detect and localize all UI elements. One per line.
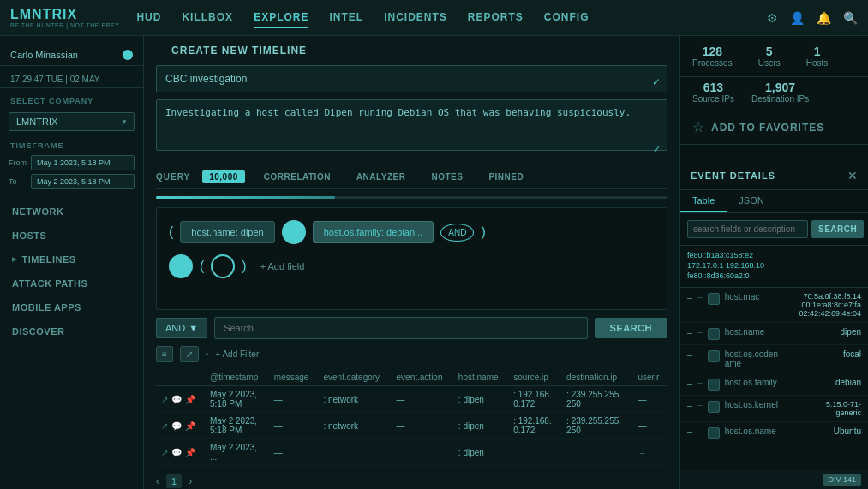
header-combined: ← CREATE NEW TIMELINE ✓ Investigating a … — [144, 36, 868, 162]
to-value: May 2 2023, 5:18 PM — [31, 174, 135, 189]
event-collapse-osname[interactable]: – — [687, 426, 692, 437]
query-circle-filled[interactable] — [282, 220, 306, 244]
table-header: @timestamp message event.category event.… — [156, 369, 667, 386]
tab-notes[interactable]: NOTES — [424, 170, 470, 183]
query-builder: ( host.name: dipen host.os.family: debia… — [156, 207, 667, 310]
main-content: ← CREATE NEW TIMELINE ✓ Investigating a … — [144, 36, 868, 489]
main-layout: Carlo Minassian 17:29:47 TUE | 02 MAY SE… — [0, 36, 868, 489]
open-paren-2-icon: ( — [200, 259, 204, 274]
stats-bar: 128 Processes 5 Users 1 Hosts — [680, 36, 868, 77]
event-val-hostname: dipen — [841, 327, 861, 337]
results-table-wrap: @timestamp message event.category event.… — [156, 369, 667, 466]
col-category[interactable]: event.category — [318, 369, 391, 386]
event-collapse-osfamily[interactable]: – — [687, 378, 692, 388]
query-circle-2[interactable] — [169, 254, 193, 278]
col-source-ip[interactable]: source.ip — [508, 369, 561, 386]
comment-icon[interactable]: 💬 — [171, 395, 182, 404]
cell-hostname-3: : dipen — [453, 439, 508, 466]
sidebar-item-network[interactable]: NETWORK — [0, 200, 143, 224]
prev-page-btn[interactable]: ‹ — [156, 475, 159, 487]
hosts-value: 1 — [806, 45, 829, 58]
table-view-btn[interactable]: ≡ — [156, 346, 173, 362]
comment-2-icon[interactable]: 💬 — [171, 421, 182, 431]
row-actions-1: ↗ 💬 📌 — [156, 386, 205, 413]
pin-3-icon[interactable]: 📌 — [185, 448, 195, 457]
event-collapse-kernel[interactable]: – — [687, 400, 692, 410]
company-select[interactable]: LMNTRIX — [9, 112, 135, 131]
stat-hosts: 1 Hosts — [806, 45, 829, 68]
company-select-wrap[interactable]: LMNTRIX — [9, 112, 135, 131]
main-search-input[interactable] — [214, 317, 587, 339]
sidebar-item-hosts[interactable]: HOSTS — [0, 224, 143, 247]
favorites-star-icon[interactable]: ☆ — [692, 119, 704, 135]
event-val-codename: focal — [843, 349, 861, 359]
main-search-button[interactable]: SEARCH — [595, 318, 667, 338]
favorites-row: ☆ ADD TO FAVORITES — [680, 110, 868, 145]
cell-dest-2: : 239.255.255.250 — [561, 413, 632, 439]
expand-btn[interactable]: ⤢ — [180, 346, 199, 362]
query-label: QUERY — [156, 172, 190, 182]
next-page-btn[interactable]: › — [189, 475, 192, 487]
add-filter-btn[interactable]: + Add Filter — [215, 349, 259, 359]
col-user[interactable]: user.r — [632, 369, 667, 386]
event-search-btn[interactable]: SEARCH — [811, 220, 864, 238]
event-collapse-hostname[interactable]: – — [687, 327, 692, 337]
sidebar-item-attack-paths[interactable]: ATTACK PATHS — [0, 271, 143, 295]
comment-3-icon[interactable]: 💬 — [171, 448, 182, 457]
col-timestamp[interactable]: @timestamp — [205, 369, 269, 386]
expand-row-3-icon[interactable]: ↗ — [161, 448, 168, 457]
timeline-description-input[interactable]: Investigating a host called Dipen runing… — [156, 99, 667, 151]
event-search-input[interactable] — [687, 220, 808, 238]
event-icon-mac — [708, 293, 720, 305]
event-tab-json[interactable]: JSON — [727, 190, 775, 212]
datetime-display: 17:29:47 TUE | 02 MAY — [0, 71, 143, 88]
event-collapse-mac[interactable]: – — [687, 292, 692, 302]
event-icon-kernel — [708, 401, 720, 413]
query-and-badge[interactable]: AND — [440, 224, 474, 242]
event-tab-table[interactable]: Table — [680, 190, 727, 212]
nav-incidents[interactable]: INCIDENTS — [384, 8, 447, 28]
sidebar-item-mobile-apps[interactable]: MOBILE APPS — [0, 295, 143, 319]
nav-explore[interactable]: EXPLORE — [254, 8, 308, 28]
event-collapse-codename[interactable]: – — [687, 349, 692, 360]
gear-icon[interactable]: ⚙ — [767, 11, 778, 25]
open-paren-icon: ( — [169, 224, 173, 240]
back-arrow-icon[interactable]: ← — [156, 45, 166, 57]
col-message[interactable]: message — [269, 369, 319, 386]
col-hostname[interactable]: host.name — [453, 369, 508, 386]
event-key-mac: host.mac — [725, 292, 794, 301]
expand-row-icon[interactable]: ↗ — [161, 395, 168, 404]
search-icon[interactable]: 🔍 — [843, 11, 858, 25]
pin-2-icon[interactable]: 📌 — [185, 421, 195, 431]
nav-reports[interactable]: REPORTS — [468, 8, 524, 28]
bell-icon[interactable]: 🔔 — [817, 11, 831, 25]
event-details-header: EVENT DETAILS ✕ — [680, 162, 868, 190]
event-details-title: EVENT DETAILS — [691, 170, 775, 181]
col-action[interactable]: event.action — [392, 369, 453, 386]
tab-analyzer[interactable]: ANALYZER — [350, 170, 413, 183]
event-dash-hostname: – — [697, 327, 703, 337]
event-key-osname: host.os.name — [725, 426, 829, 436]
sidebar-item-discover[interactable]: DISCOVER — [0, 319, 143, 343]
event-details-close-btn[interactable]: ✕ — [847, 169, 858, 182]
nav-killbox[interactable]: KILLBOX — [182, 8, 233, 28]
user-icon[interactable]: 👤 — [790, 11, 805, 25]
query-circle-empty[interactable] — [211, 254, 235, 278]
favorites-label[interactable]: ADD TO FAVORITES — [711, 122, 824, 134]
nav-hud[interactable]: HUD — [136, 8, 161, 28]
nav-intel[interactable]: INTEL — [329, 8, 363, 28]
pin-icon[interactable]: 📌 — [185, 395, 195, 404]
tab-10000[interactable]: 10,000 — [202, 170, 245, 183]
query-tag-hostname[interactable]: host.name: dipen — [180, 221, 274, 243]
tab-correlation[interactable]: CORRELATION — [257, 170, 338, 183]
event-row-mac: – – host.mac 70:5a:0f:38:f8:1400:1e:a8:8… — [680, 288, 868, 323]
and-button[interactable]: AND ▼ — [156, 318, 207, 338]
query-tag-os[interactable]: host.os.family: debian... — [313, 221, 434, 243]
add-field-btn[interactable]: + Add field — [254, 258, 312, 275]
nav-config[interactable]: CONFIG — [544, 8, 590, 28]
col-dest-ip[interactable]: destination.ip — [561, 369, 632, 386]
expand-row-2-icon[interactable]: ↗ — [161, 421, 168, 431]
sidebar-item-timelines[interactable]: TIMELINES — [0, 247, 143, 271]
timeline-title-input[interactable] — [156, 65, 667, 92]
tab-pinned[interactable]: PINNED — [482, 170, 530, 183]
